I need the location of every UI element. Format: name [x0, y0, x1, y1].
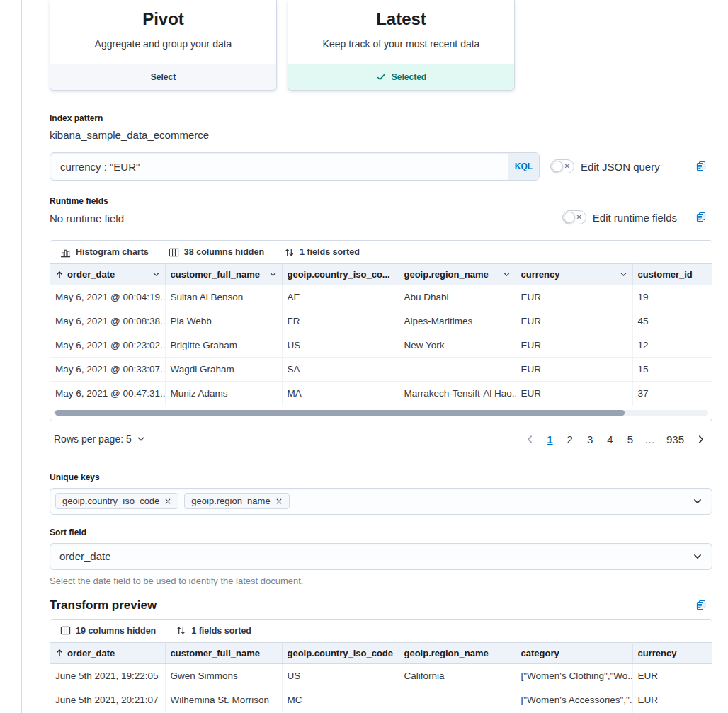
- grid-cell[interactable]: Gwen Simmons: [165, 663, 282, 688]
- grid-cell[interactable]: MA: [282, 382, 399, 406]
- copy-query-button[interactable]: [695, 161, 707, 172]
- chevron-down-icon[interactable]: [503, 270, 511, 278]
- card-latest[interactable]: Latest Keep track of your most recent da…: [288, 0, 515, 91]
- grid-cell[interactable]: Brigitte Graham: [165, 333, 282, 358]
- grid-cell[interactable]: EUR: [516, 382, 632, 406]
- rows-per-page-button[interactable]: Rows per page: 5: [54, 433, 145, 445]
- grid-cell[interactable]: [399, 688, 516, 712]
- chevron-down-icon[interactable]: [152, 270, 160, 278]
- grid-cell[interactable]: EUR: [516, 333, 632, 358]
- grid-cell[interactable]: FR: [282, 309, 399, 333]
- grid-cell[interactable]: EUR: [516, 285, 632, 309]
- grid-cell[interactable]: Alpes-Maritimes: [399, 309, 516, 333]
- histogram-charts-button[interactable]: Histogram charts: [60, 247, 149, 258]
- grid-cell[interactable]: Abu Dhabi: [399, 285, 516, 309]
- fields-sorted-button[interactable]: 1 fields sorted: [176, 625, 251, 636]
- fields-sorted-button[interactable]: 1 fields sorted: [284, 247, 360, 258]
- grid-cell[interactable]: May 6, 2021 @ 00:47:31...: [50, 382, 165, 406]
- grid-cell[interactable]: US: [282, 333, 399, 358]
- page-button-5[interactable]: 5: [622, 432, 638, 447]
- grid-cell[interactable]: June 5th 2021, 20:21:07: [50, 688, 165, 712]
- grid-cell[interactable]: May 6, 2021 @ 00:04:19...: [50, 285, 165, 309]
- edit-runtime-toggle[interactable]: ✕: [562, 210, 586, 224]
- unique-key-chip[interactable]: geoip.country_iso_code: [55, 493, 178, 509]
- card-pivot[interactable]: Pivot Aggregate and group your data Sele…: [50, 0, 277, 91]
- table-row: May 6, 2021 @ 00:47:31... Muniz Adams MA…: [50, 382, 712, 406]
- grid-cell[interactable]: 15: [632, 358, 712, 382]
- pivot-select-button[interactable]: Select: [50, 64, 276, 90]
- grid-cell[interactable]: California: [399, 663, 516, 688]
- grid-cell[interactable]: US: [282, 663, 399, 688]
- unique-key-chip[interactable]: geoip.region_name: [184, 493, 289, 509]
- grid-cell[interactable]: SA: [282, 358, 399, 382]
- column-header-customer-full-name[interactable]: customer_full_name: [165, 642, 282, 663]
- column-header-order-date[interactable]: order_date: [50, 642, 165, 663]
- grid-cell[interactable]: June 5th 2021, 19:22:05: [50, 663, 165, 688]
- kql-language-button[interactable]: KQL: [508, 153, 539, 180]
- sort-field-select[interactable]: order_date: [50, 543, 712, 570]
- grid-cell[interactable]: EUR: [632, 663, 712, 688]
- grid-cell[interactable]: May 6, 2021 @ 00:23:02...: [50, 333, 165, 358]
- column-header-customer-id[interactable]: customer_id: [632, 264, 712, 285]
- next-page-button[interactable]: [693, 435, 708, 444]
- column-header-customer-full-name[interactable]: customer_full_name: [165, 264, 282, 285]
- page-button-3[interactable]: 3: [582, 432, 598, 447]
- edit-json-toggle-label[interactable]: Edit JSON query: [581, 161, 660, 173]
- column-header-country-iso-code[interactable]: geoip.country_iso_co...: [282, 264, 399, 285]
- table-row: May 6, 2021 @ 00:08:38... Pia Webb FR Al…: [50, 309, 712, 333]
- grid-cell[interactable]: MC: [282, 688, 399, 712]
- page-button-4[interactable]: 4: [602, 432, 618, 447]
- column-header-order-date[interactable]: order_date: [50, 264, 165, 285]
- grid-cell[interactable]: Marrakech-Tensift-Al Hao...: [399, 382, 516, 406]
- query-bar[interactable]: currency : "EUR" KQL: [50, 152, 540, 181]
- chip-label: geoip.country_iso_code: [62, 496, 159, 506]
- grid-cell[interactable]: 12: [632, 333, 712, 358]
- grid-cell[interactable]: EUR: [516, 309, 632, 333]
- chevron-down-icon[interactable]: [620, 270, 627, 278]
- page-button-2[interactable]: 2: [562, 432, 578, 447]
- grid-cell[interactable]: 45: [632, 309, 712, 333]
- column-header-country-iso-code[interactable]: geoip.country_iso_code: [282, 642, 399, 663]
- grid-cell[interactable]: Wilhemina St. Morrison: [165, 688, 282, 712]
- columns-hidden-button[interactable]: 19 columns hidden: [60, 625, 156, 636]
- grid-cell[interactable]: Muniz Adams: [165, 382, 282, 406]
- column-header-region-name[interactable]: geoip.region_name: [399, 642, 516, 663]
- unique-keys-combobox[interactable]: geoip.country_iso_code geoip.region_name: [50, 488, 712, 515]
- preview-header-row: order_date customer_full_name geoip.coun…: [50, 642, 712, 663]
- query-input[interactable]: currency : "EUR": [50, 153, 508, 180]
- edit-json-toggle[interactable]: ✕: [550, 159, 574, 173]
- chevron-down-icon[interactable]: [269, 270, 277, 278]
- grid-cell[interactable]: May 6, 2021 @ 00:08:38...: [50, 309, 165, 333]
- copy-runtime-button[interactable]: [695, 212, 707, 223]
- grid-cell[interactable]: Wagdi Graham: [165, 358, 282, 382]
- latest-selected-button[interactable]: Selected: [288, 64, 514, 90]
- grid-cell[interactable]: 19: [632, 285, 712, 309]
- remove-chip-button[interactable]: [164, 498, 171, 505]
- column-header-currency[interactable]: currency: [632, 642, 712, 663]
- grid-cell[interactable]: May 6, 2021 @ 00:33:07...: [50, 358, 165, 382]
- grid-cell[interactable]: ["Women's Accessories","...: [516, 688, 632, 712]
- grid-cell[interactable]: Pia Webb: [165, 309, 282, 333]
- column-header-category[interactable]: category: [516, 642, 632, 663]
- grid-cell[interactable]: New York: [399, 333, 516, 358]
- grid-cell[interactable]: 37: [632, 382, 712, 406]
- grid-cell[interactable]: ["Women's Clothing","Wo...: [516, 663, 632, 688]
- columns-hidden-button[interactable]: 38 columns hidden: [169, 247, 264, 258]
- horizontal-scrollbar[interactable]: [54, 410, 708, 416]
- grid-cell[interactable]: [399, 358, 516, 382]
- copy-preview-button[interactable]: [695, 600, 707, 611]
- grid-cell[interactable]: EUR: [516, 358, 632, 382]
- column-header-region-name[interactable]: geoip.region_name: [399, 264, 516, 285]
- grid-cell[interactable]: AE: [282, 285, 399, 309]
- grid-cell[interactable]: Sultan Al Benson: [165, 285, 282, 309]
- page-button-last[interactable]: 935: [661, 432, 689, 447]
- chevron-down-icon[interactable]: [693, 496, 703, 506]
- scrollbar-thumb[interactable]: [55, 410, 625, 416]
- sort-icon: [284, 247, 295, 258]
- column-header-currency[interactable]: currency: [516, 264, 632, 285]
- edit-runtime-toggle-label[interactable]: Edit runtime fields: [593, 212, 677, 224]
- remove-chip-button[interactable]: [275, 498, 283, 505]
- previous-page-button[interactable]: [523, 435, 538, 444]
- grid-cell[interactable]: EUR: [632, 688, 712, 712]
- page-button-1[interactable]: 1: [542, 432, 557, 447]
